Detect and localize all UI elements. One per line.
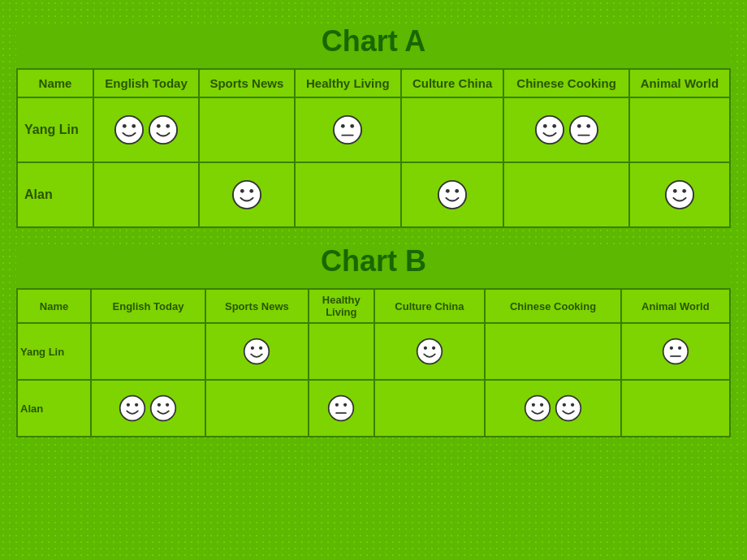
- table-cell: [503, 97, 629, 162]
- table-cell: [401, 162, 503, 227]
- svg-point-14: [576, 123, 581, 127]
- svg-point-48: [540, 403, 543, 406]
- svg-point-43: [335, 403, 339, 406]
- svg-point-18: [240, 188, 244, 192]
- svg-point-11: [542, 123, 546, 127]
- col-name-a: Name: [17, 69, 93, 97]
- table-cell: [621, 380, 730, 437]
- table-row: Alan: [17, 380, 730, 437]
- chart-a-container: Chart A Name English Today Sports News H…: [16, 24, 731, 228]
- svg-point-17: [233, 180, 261, 208]
- happy-face-icon: [664, 179, 695, 210]
- table-cell: [629, 97, 730, 162]
- row-name: Alan: [17, 162, 93, 227]
- happy-face-icon: [416, 338, 443, 365]
- svg-point-13: [569, 115, 597, 143]
- col-culture-china-a: Culture China: [401, 69, 503, 97]
- happy-face-icon: [119, 394, 146, 422]
- svg-point-23: [666, 180, 693, 208]
- svg-point-7: [341, 123, 345, 127]
- svg-point-40: [158, 403, 161, 406]
- chart-b-container: Chart B Name English Today Sports News H…: [16, 244, 731, 437]
- table-cell: [199, 162, 295, 227]
- svg-point-51: [571, 403, 574, 406]
- svg-point-26: [244, 338, 270, 364]
- svg-point-50: [563, 403, 566, 406]
- svg-point-39: [151, 395, 176, 420]
- table-cell: [295, 97, 401, 162]
- happy-face-icon: [555, 394, 582, 422]
- table-cell: [309, 380, 374, 437]
- table-cell: [401, 97, 503, 162]
- svg-point-46: [525, 395, 551, 420]
- table-row: Yang Lin: [17, 97, 730, 162]
- col-healthy-living-b: HealthyLiving: [309, 289, 374, 323]
- happy-face-icon: [149, 394, 177, 422]
- svg-point-15: [586, 123, 590, 127]
- svg-point-44: [343, 403, 347, 406]
- svg-point-1: [123, 123, 127, 127]
- svg-point-49: [556, 395, 581, 420]
- svg-point-29: [417, 338, 443, 364]
- table-cell: [374, 380, 486, 437]
- happy-face-icon: [534, 114, 565, 145]
- col-english-today-b: English Today: [91, 289, 205, 323]
- table-cell: [309, 323, 374, 380]
- col-sports-news-a: Sports News: [199, 69, 295, 97]
- svg-point-20: [438, 180, 466, 208]
- col-culture-china-b: Culture China: [374, 289, 486, 323]
- chart-b-title: Chart B: [16, 244, 731, 278]
- svg-point-25: [682, 188, 686, 192]
- table-cell: [91, 380, 205, 437]
- table-cell: [374, 323, 486, 380]
- chart-b-table: Name English Today Sports News HealthyLi…: [16, 288, 731, 437]
- happy-face-icon: [243, 338, 270, 365]
- svg-point-10: [535, 115, 563, 143]
- svg-point-6: [334, 115, 361, 143]
- table-cell: [485, 323, 620, 380]
- svg-point-31: [432, 346, 435, 349]
- svg-point-21: [446, 188, 450, 192]
- col-healthy-living-a: Healthy Living: [295, 69, 401, 97]
- col-animal-world-b: Animal World: [621, 289, 730, 323]
- chart-a-table: Name English Today Sports News Healthy L…: [16, 68, 731, 228]
- row-name: Alan: [17, 380, 91, 437]
- col-animal-world-a: Animal World: [629, 69, 730, 97]
- svg-point-32: [663, 338, 689, 364]
- svg-point-0: [115, 115, 143, 143]
- col-sports-news-b: Sports News: [205, 289, 309, 323]
- happy-face-icon: [524, 394, 551, 422]
- svg-point-4: [157, 123, 161, 127]
- svg-point-22: [455, 188, 459, 192]
- svg-point-42: [329, 395, 354, 420]
- svg-point-19: [249, 188, 253, 192]
- row-name: Yang Lin: [17, 323, 91, 380]
- table-cell: [485, 380, 620, 437]
- table-cell: [629, 162, 730, 227]
- neutral-face-icon: [662, 338, 689, 365]
- svg-point-33: [670, 346, 673, 349]
- table-row: Yang Lin: [17, 323, 730, 380]
- svg-point-34: [678, 346, 681, 349]
- happy-face-icon: [148, 114, 179, 145]
- neutral-face-icon: [332, 114, 363, 145]
- table-cell: [93, 162, 199, 227]
- svg-point-37: [127, 403, 130, 406]
- table-cell: [621, 323, 730, 380]
- table-cell: [93, 97, 199, 162]
- svg-point-27: [251, 346, 254, 349]
- neutral-face-icon: [568, 114, 599, 145]
- row-name: Yang Lin: [17, 97, 93, 162]
- svg-point-47: [532, 403, 535, 406]
- svg-point-3: [149, 115, 177, 143]
- col-name-b: Name: [17, 289, 91, 323]
- svg-point-2: [132, 123, 136, 127]
- happy-face-icon: [231, 179, 262, 210]
- table-cell: [91, 323, 205, 380]
- table-cell: [205, 380, 309, 437]
- svg-point-12: [552, 123, 556, 127]
- col-chinese-cooking-b: Chinese Cooking: [485, 289, 620, 323]
- table-cell: [199, 97, 295, 162]
- happy-face-icon: [114, 114, 145, 145]
- col-chinese-cooking-a: Chinese Cooking: [503, 69, 629, 97]
